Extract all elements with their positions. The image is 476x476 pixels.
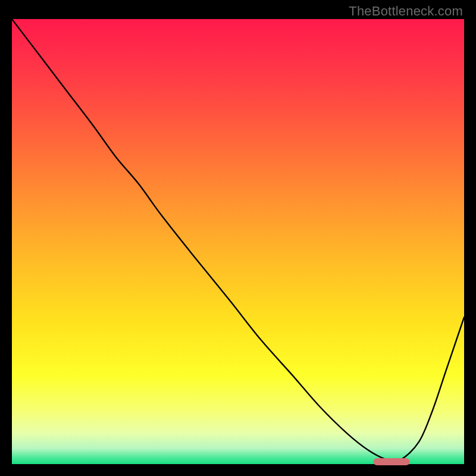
svg-rect-0 <box>12 19 464 464</box>
optimal-marker <box>374 458 410 465</box>
gradient-background <box>12 19 464 464</box>
chart-container: TheBottleneck.com <box>0 0 476 476</box>
watermark-text: TheBottleneck.com <box>349 4 463 19</box>
plot-area <box>12 19 464 464</box>
